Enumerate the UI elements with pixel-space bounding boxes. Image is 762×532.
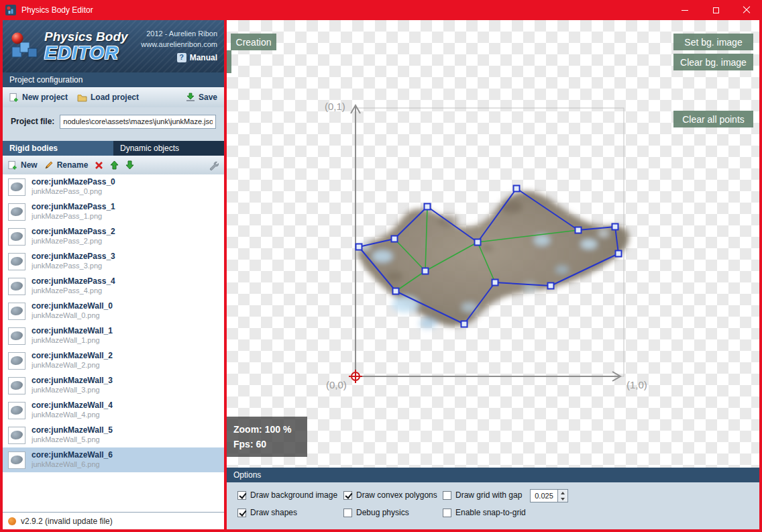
body-thumbnail [8, 303, 25, 320]
body-list-item[interactable]: core:junkMazeWall_5junkMazeWall_5.png [3, 423, 224, 447]
project-file-row: Project file: [3, 107, 224, 136]
logo-text: Physics Body EDITOR [44, 30, 128, 62]
body-thumbnail [8, 203, 25, 221]
close-button[interactable] [731, 0, 762, 20]
checkbox-debug-physics[interactable]: Debug physics [343, 508, 409, 517]
settings-button[interactable] [208, 160, 219, 170]
move-down-button[interactable] [125, 160, 134, 170]
body-thumbnail [8, 178, 25, 196]
load-project-button[interactable]: Load project [77, 93, 139, 102]
minimize-button[interactable] [669, 0, 700, 20]
editor-canvas[interactable]: Creation Set bg. image Clear bg. image C… [227, 20, 759, 468]
maximize-icon [713, 7, 719, 13]
zoom-text: Zoom: 100 % [233, 422, 301, 437]
arrow-down-icon [125, 160, 134, 170]
maximize-button[interactable] [700, 0, 731, 20]
clear-all-points-button[interactable]: Clear all points [673, 111, 753, 127]
body-list-item[interactable]: core:junkMazeWall_2junkMazeWall_2.png [3, 348, 224, 373]
zoom-fps-overlay: Zoom: 100 % Fps: 60 [227, 417, 307, 457]
save-project-button[interactable]: Save [186, 93, 217, 102]
body-list-item[interactable]: core:junkMazePass_1junkMazePass_1.png [3, 199, 224, 224]
grid-gap-spinner[interactable]: 0.025 [530, 489, 568, 502]
checkbox-box [343, 491, 352, 500]
credit-website[interactable]: www.aurelienribon.com [141, 40, 217, 50]
checkbox-box [443, 491, 451, 500]
body-list-item[interactable]: core:junkMazePass_3junkMazePass_3.png [3, 249, 224, 274]
body-thumbnail [8, 451, 25, 469]
checkbox-box [343, 509, 352, 517]
options-header: Options [227, 468, 759, 482]
creation-mode-button[interactable]: Creation [231, 34, 276, 50]
tab-dynamic-objects[interactable]: Dynamic objects [113, 141, 224, 156]
checkbox-draw-convex-polygons[interactable]: Draw convex polygons [343, 490, 437, 500]
body-list-item[interactable]: core:junkMazePass_4junkMazePass_4.png [3, 274, 224, 299]
axis-label-top: (0,1) [325, 101, 345, 112]
folder-icon [77, 93, 87, 102]
body-thumbnail [8, 327, 25, 345]
checkbox-enable-snap-to-grid[interactable]: Enable snap-to-grid [443, 508, 526, 517]
delete-x-icon [95, 161, 103, 170]
body-thumbnail [8, 352, 25, 370]
bodies-list: core:junkMazePass_0junkMazePass_0.png co… [3, 174, 224, 512]
save-icon [186, 93, 195, 102]
body-shape[interactable] [356, 186, 629, 329]
window-content: Physics Body EDITOR 2012 - Aurelien Ribo… [3, 20, 759, 529]
status-bar: v2.9.2 (invalid update file) [3, 512, 224, 529]
axis-label-origin: (0,0) [326, 379, 347, 390]
bodies-tabs: Rigid bodies Dynamic objects [3, 141, 224, 156]
options-content: Draw background image Draw convex polygo… [227, 482, 759, 529]
spinner-up-button[interactable] [558, 490, 567, 496]
canvas-scene[interactable] [227, 20, 759, 468]
body-list-item[interactable]: core:junkMazeWall_3junkMazeWall_3.png [3, 373, 224, 398]
logo-name-bottom: EDITOR [44, 44, 128, 62]
body-list-item[interactable]: core:junkMazeWall_6junkMazeWall_6.png [3, 447, 224, 472]
project-file-input[interactable] [60, 115, 216, 129]
new-project-button[interactable]: New project [9, 93, 68, 103]
project-file-label: Project file: [11, 117, 54, 126]
project-config-header: Project configuration [3, 72, 224, 87]
spinner-down-button[interactable] [558, 496, 567, 502]
manual-label: Manual [190, 52, 217, 64]
new-body-button[interactable]: New [8, 160, 38, 170]
bodies-toolbar: New Rename [3, 156, 224, 174]
body-list-item[interactable]: core:junkMazePass_0junkMazePass_0.png [3, 174, 224, 199]
credit-author: 2012 - Aurelien Ribon [141, 29, 217, 40]
delete-body-button[interactable] [95, 161, 103, 170]
arrow-up-icon [110, 160, 119, 170]
body-list-item[interactable]: core:junkMazePass_2junkMazePass_2.png [3, 224, 224, 249]
checkbox-draw-shapes[interactable]: Draw shapes [237, 508, 297, 517]
body-list-item[interactable]: core:junkMazeWall_0junkMazeWall_0.png [3, 299, 224, 323]
checkbox-box [237, 509, 246, 517]
main-area: Creation Set bg. image Clear bg. image C… [227, 20, 759, 529]
titlebar: Physics Body Editor [0, 0, 762, 20]
wrench-icon [208, 160, 219, 170]
window-controls [669, 0, 762, 20]
rename-body-button[interactable]: Rename [44, 160, 89, 170]
spacer [3, 136, 224, 141]
move-up-button[interactable] [110, 160, 119, 170]
checkbox-draw-background-image[interactable]: Draw background image [237, 490, 337, 500]
question-mark-icon: ? [177, 53, 186, 62]
manual-link[interactable]: ? Manual [141, 52, 217, 64]
version-text: v2.9.2 (invalid update file) [21, 517, 113, 526]
body-list-item[interactable]: core:junkMazeWall_4junkMazeWall_4.png [3, 398, 224, 423]
body-list-item[interactable]: core:junkMazeWall_1junkMazeWall_1.png [3, 323, 224, 348]
body-thumbnail [8, 228, 25, 246]
body-thumbnail [8, 402, 25, 419]
app-icon [5, 5, 16, 15]
clear-bg-image-button[interactable]: Clear bg. image [673, 54, 753, 70]
tab-rigid-bodies[interactable]: Rigid bodies [3, 141, 113, 156]
project-toolbar: New project Load project Save [3, 87, 224, 107]
new-page-icon [8, 160, 17, 170]
body-thumbnail [8, 278, 25, 295]
mode-panel-strip [227, 50, 231, 73]
origin-marker[interactable] [349, 370, 362, 383]
checkbox-box [443, 509, 451, 517]
fps-text: Fps: 60 [233, 437, 301, 451]
spinner-buttons[interactable] [558, 489, 568, 502]
checkbox-draw-grid-with-gap[interactable]: Draw grid with gap [443, 490, 522, 500]
window-title: Physics Body Editor [21, 5, 93, 15]
set-bg-image-button[interactable]: Set bg. image [673, 34, 753, 50]
credits: 2012 - Aurelien Ribon www.aurelienribon.… [141, 29, 217, 64]
grid-gap-value[interactable]: 0.025 [530, 489, 558, 502]
